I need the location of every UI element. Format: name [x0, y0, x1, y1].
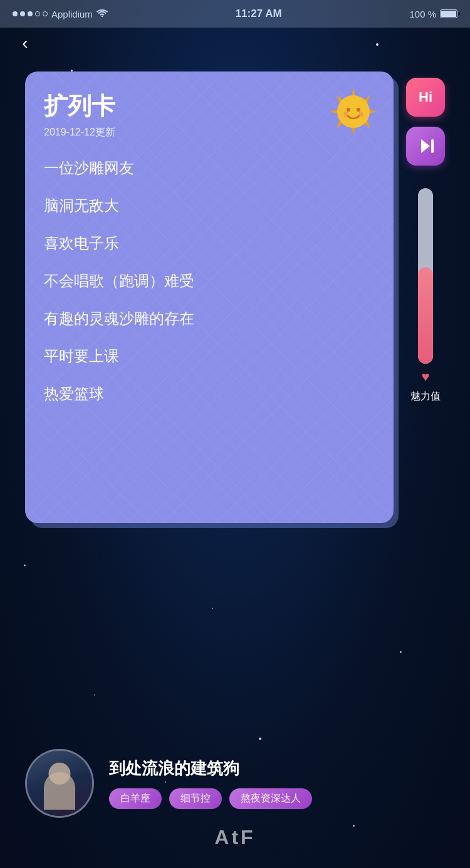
svg-marker-1 [352, 127, 355, 135]
profile-tags: 白羊座 细节控 熬夜资深达人 [109, 788, 445, 809]
main-content: 扩列卡 2019-12-12更新 一位沙雕网友 脑洞无敌大 喜欢电子乐 不会唱歌… [0, 59, 470, 523]
hi-button[interactable]: Hi [406, 78, 445, 117]
wifi-icon [97, 9, 108, 18]
svg-point-9 [347, 108, 350, 112]
play-button[interactable] [406, 127, 445, 166]
battery-percentage: 100 % [409, 9, 436, 19]
meter-fill [418, 267, 433, 364]
svg-marker-2 [330, 110, 338, 114]
card-pattern [25, 71, 394, 523]
charm-meter: ♥ 魅力值 [410, 188, 441, 403]
card-container: 扩列卡 2019-12-12更新 一位沙雕网友 脑洞无敌大 喜欢电子乐 不会唱歌… [25, 71, 394, 523]
back-button[interactable]: ‹ [13, 31, 38, 56]
svg-marker-13 [421, 139, 430, 153]
profile-name: 到处流浪的建筑狗 [109, 758, 445, 780]
atf-watermark: AtF [214, 826, 255, 849]
status-left: Applidium [13, 9, 108, 19]
play-icon [416, 137, 435, 156]
meter-track [418, 188, 433, 364]
carrier-name: Applidium [51, 9, 93, 19]
heart-icon: ♥ [421, 369, 429, 385]
status-bar: Applidium 11:27 AM 100 % [0, 0, 470, 28]
status-right: 100 % [409, 9, 457, 19]
tag-0[interactable]: 白羊座 [109, 788, 162, 809]
expand-card: 扩列卡 2019-12-12更新 一位沙雕网友 脑洞无敌大 喜欢电子乐 不会唱歌… [25, 71, 394, 523]
profile-section: 到处流浪的建筑狗 白羊座 细节控 熬夜资深达人 [0, 749, 470, 818]
status-time: 11:27 AM [236, 8, 282, 20]
avatar-image [27, 751, 92, 816]
svg-marker-3 [369, 110, 377, 114]
svg-point-8 [337, 95, 370, 128]
charm-label: 魅力值 [410, 390, 441, 403]
nav-bar: ‹ [0, 28, 470, 59]
svg-point-10 [357, 108, 360, 112]
profile-info: 到处流浪的建筑狗 白羊座 细节控 熬夜资深达人 [109, 758, 445, 809]
sun-decoration [328, 87, 379, 137]
svg-rect-14 [431, 139, 434, 153]
battery-icon [440, 9, 457, 18]
signal-dots [13, 11, 48, 16]
svg-marker-0 [352, 88, 355, 96]
avatar [25, 749, 94, 818]
tag-2[interactable]: 熬夜资深达人 [229, 788, 312, 809]
tag-1[interactable]: 细节控 [169, 788, 222, 809]
sidebar-right: Hi ♥ 魅力值 [406, 71, 445, 523]
